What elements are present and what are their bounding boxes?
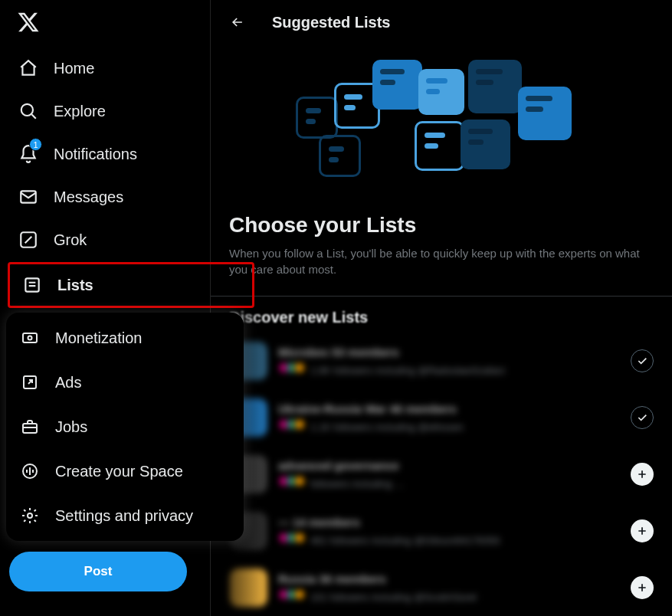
suggested-list-row[interactable]: Russia 36 members101 followers including… — [229, 559, 654, 616]
choose-heading: Choose your Lists — [229, 213, 654, 238]
more-create-space[interactable]: Create your Space — [6, 449, 244, 493]
list-content: Ukraine-Russia War 46 members1.1K follow… — [278, 402, 620, 433]
more-label: Monetization — [55, 329, 142, 347]
more-ads[interactable]: Ads — [6, 360, 244, 405]
list-subtitle: followers including … — [278, 475, 620, 490]
plus-icon — [636, 582, 648, 594]
list-title: — 14 members — [278, 516, 620, 529]
list-subtitle: 1.1K followers including @ethosen — [278, 418, 620, 433]
nav-explore[interactable]: Explore — [6, 90, 210, 132]
plus-icon — [636, 468, 648, 480]
more-label: Settings and privacy — [55, 507, 193, 525]
envelope-icon — [18, 187, 38, 207]
list-title: Russia 36 members — [278, 572, 620, 585]
nav-label: Grok — [54, 231, 87, 249]
list-subtitle: 1.8K followers including @RadoslawSzafar… — [278, 362, 620, 376]
hero-illustration — [211, 44, 672, 213]
arrow-left-icon — [230, 15, 245, 30]
more-jobs[interactable]: Jobs — [6, 405, 244, 449]
more-label: Create your Space — [55, 463, 183, 480]
list-avatar — [229, 568, 267, 607]
suggested-list-row[interactable]: advanced governance followers including … — [229, 446, 654, 503]
suggested-list-row[interactable]: Ukraine-Russia War 46 members1.1K follow… — [229, 389, 654, 446]
svg-rect-4 — [23, 333, 37, 342]
nav-label: Explore — [54, 103, 106, 120]
plus-icon — [636, 525, 648, 537]
list-content: Russia 36 members101 followers including… — [278, 572, 620, 603]
external-link-icon — [20, 372, 40, 392]
gear-icon — [20, 506, 40, 526]
back-button[interactable] — [225, 9, 251, 35]
nav-messages[interactable]: Messages — [6, 176, 210, 218]
suggested-list-row[interactable]: Microbes 53 members1.8K followers includ… — [229, 333, 654, 389]
list-title: Microbes 53 members — [278, 346, 620, 359]
more-menu-popover: Monetization Ads Jobs — [6, 313, 244, 541]
svg-point-0 — [21, 104, 33, 116]
page-header: Suggested Lists — [211, 0, 672, 44]
list-content: — 14 members461 followers including @Gib… — [278, 516, 620, 546]
more-settings[interactable]: Settings and privacy — [6, 493, 244, 538]
nav-home[interactable]: Home — [6, 48, 210, 89]
more-label: Jobs — [55, 418, 87, 436]
list-subtitle: 461 followers including @Gibson64178350 — [278, 532, 620, 546]
nav-label: Lists — [57, 277, 93, 294]
followed-check-button[interactable] — [631, 349, 654, 372]
lists-highlight: Lists — [8, 262, 254, 308]
grok-icon — [18, 230, 38, 250]
notification-badge: 1 — [29, 138, 42, 151]
sidebar: Home Explore 1 Notifications Message — [0, 0, 211, 616]
list-icon — [22, 275, 42, 295]
discover-heading: Discover new Lists — [229, 309, 654, 326]
primary-nav: Home Explore 1 Notifications Message — [6, 48, 210, 541]
list-title: advanced governance — [278, 459, 620, 472]
check-icon — [636, 355, 648, 367]
nav-grok[interactable]: Grok — [6, 219, 210, 260]
choose-section: Choose your Lists When you follow a List… — [211, 213, 672, 296]
main-content: Suggested Lists Choose your Lists When y… — [211, 0, 672, 616]
more-label: Ads — [55, 374, 81, 392]
list-subtitle: 101 followers including @ScottASorel — [278, 588, 620, 603]
svg-point-9 — [28, 513, 32, 518]
nav-lists[interactable]: Lists — [10, 264, 208, 306]
followed-check-button[interactable] — [631, 406, 654, 429]
follow-plus-button[interactable] — [631, 519, 654, 542]
app-logo[interactable] — [6, 3, 210, 48]
nav-label: Messages — [54, 188, 123, 206]
home-icon — [18, 58, 38, 78]
nav-label: Notifications — [54, 146, 137, 163]
list-title: Ukraine-Russia War 46 members — [278, 402, 620, 415]
briefcase-icon — [20, 417, 40, 437]
more-monetization[interactable]: Monetization — [6, 316, 244, 360]
nav-label: Home — [54, 60, 94, 77]
check-icon — [636, 411, 648, 424]
svg-point-5 — [28, 336, 32, 340]
page-title: Suggested Lists — [272, 14, 390, 31]
x-logo-icon — [17, 11, 40, 34]
follow-plus-button[interactable] — [631, 576, 654, 599]
nav-notifications[interactable]: 1 Notifications — [6, 133, 210, 175]
money-icon — [20, 328, 40, 348]
post-button[interactable]: Post — [9, 552, 187, 591]
follow-plus-button[interactable] — [631, 463, 654, 486]
choose-body: When you follow a List, you'll be able t… — [229, 245, 643, 277]
search-icon — [18, 101, 38, 121]
discover-section: Discover new Lists Microbes 53 members1.… — [211, 297, 672, 616]
microphone-icon — [20, 461, 40, 481]
suggested-list-row[interactable]: — 14 members461 followers including @Gib… — [229, 503, 654, 559]
list-content: Microbes 53 members1.8K followers includ… — [278, 346, 620, 376]
list-content: advanced governance followers including … — [278, 459, 620, 490]
